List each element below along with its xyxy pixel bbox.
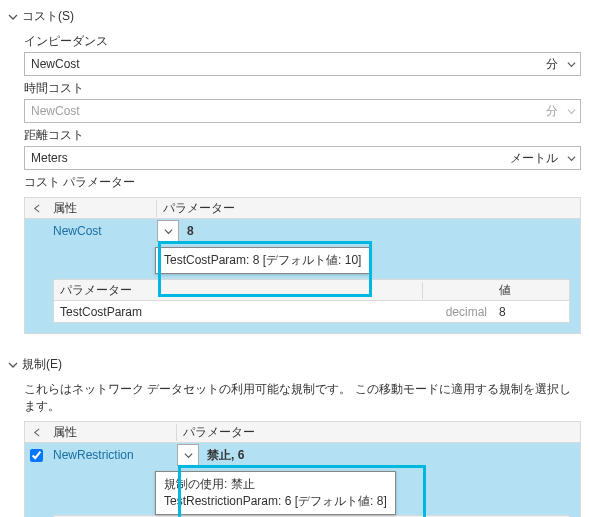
caret-down-icon bbox=[562, 154, 580, 163]
cost-row-newcost[interactable]: NewCost 8 bbox=[24, 219, 581, 243]
expand-button[interactable] bbox=[157, 220, 179, 242]
impedance-select[interactable]: NewCost 分 bbox=[24, 52, 581, 76]
impedance-value: NewCost bbox=[25, 57, 538, 71]
time-cost-select[interactable]: NewCost 分 bbox=[24, 99, 581, 123]
chevron-down-icon bbox=[8, 12, 18, 22]
inner-row-type: decimal bbox=[423, 305, 493, 319]
impedance-label: インピーダンス bbox=[24, 33, 581, 50]
restriction-tooltip-line1: 規制の使用: 禁止 bbox=[164, 476, 387, 493]
distance-cost-select[interactable]: Meters メートル bbox=[24, 146, 581, 170]
distance-cost-value: Meters bbox=[25, 151, 502, 165]
restriction-row[interactable]: NewRestriction 禁止, 6 bbox=[24, 443, 581, 467]
cost-tooltip-text: TestCostParam: 8 [デフォルト値: 10] bbox=[164, 253, 361, 267]
impedance-unit: 分 bbox=[538, 56, 562, 73]
restriction-row-param: 禁止, 6 bbox=[203, 447, 580, 464]
cost-grid-header: 属性 パラメーター bbox=[24, 197, 581, 219]
restriction-description: これらはネットワーク データセットの利用可能な規制です。 この移動モードに適用す… bbox=[24, 381, 581, 415]
header-attribute: 属性 bbox=[47, 200, 157, 217]
header-attribute: 属性 bbox=[47, 424, 177, 441]
restriction-checkbox[interactable] bbox=[25, 449, 47, 462]
cost-section-title: コスト(S) bbox=[22, 8, 74, 25]
time-cost-label: 時間コスト bbox=[24, 80, 581, 97]
header-parameter: パラメーター bbox=[177, 424, 580, 441]
cost-section: コスト(S) インピーダンス NewCost 分 時間コスト NewCost 分… bbox=[0, 0, 589, 342]
cost-inner-header: パラメーター 値 bbox=[53, 279, 570, 301]
restriction-section-title: 規制(E) bbox=[22, 356, 62, 373]
restriction-grid: 属性 パラメーター NewRestriction 禁止, 6 パラメーター 値 … bbox=[24, 421, 581, 517]
caret-down-icon bbox=[562, 60, 580, 69]
restriction-inner-panel: パラメーター 値 規制の使用 禁止 TestRestrictionParam d… bbox=[24, 467, 581, 517]
inner-row-param: TestCostParam bbox=[54, 305, 423, 319]
restriction-section-header[interactable]: 規制(E) bbox=[8, 352, 581, 377]
inner-header-val: 値 bbox=[493, 282, 569, 299]
chevron-down-icon bbox=[8, 360, 18, 370]
collapse-icon[interactable] bbox=[25, 428, 47, 437]
time-cost-value: NewCost bbox=[25, 104, 538, 118]
restriction-row-attr: NewRestriction bbox=[47, 448, 177, 462]
cost-inner-panel: パラメーター 値 TestCostParam decimal 8 TestCos… bbox=[24, 243, 581, 334]
inner-row-val: 8 bbox=[493, 305, 569, 319]
restriction-tooltip-line2: TestRestrictionParam: 6 [デフォルト値: 8] bbox=[164, 493, 387, 510]
cost-tooltip: TestCostParam: 8 [デフォルト値: 10] bbox=[155, 247, 370, 274]
expand-button[interactable] bbox=[177, 444, 199, 466]
collapse-icon[interactable] bbox=[25, 204, 47, 213]
cost-section-header[interactable]: コスト(S) bbox=[8, 4, 581, 29]
cost-inner-row[interactable]: TestCostParam decimal 8 bbox=[53, 301, 570, 323]
distance-cost-unit: メートル bbox=[502, 150, 562, 167]
cost-row-param: 8 bbox=[183, 224, 580, 238]
cost-params-title: コスト パラメーター bbox=[24, 174, 581, 191]
restriction-section: 規制(E) これらはネットワーク データセットの利用可能な規制です。 この移動モ… bbox=[0, 342, 589, 517]
header-parameter: パラメーター bbox=[157, 200, 580, 217]
restriction-grid-header: 属性 パラメーター bbox=[24, 421, 581, 443]
cost-row-attr: NewCost bbox=[47, 224, 157, 238]
restriction-tooltip: 規制の使用: 禁止 TestRestrictionParam: 6 [デフォルト… bbox=[155, 471, 396, 515]
time-cost-unit: 分 bbox=[538, 103, 562, 120]
cost-params-grid: 属性 パラメーター NewCost 8 パラメーター 値 TestCostPar… bbox=[24, 197, 581, 334]
inner-header-param: パラメーター bbox=[54, 282, 423, 299]
distance-cost-label: 距離コスト bbox=[24, 127, 581, 144]
caret-down-icon bbox=[562, 107, 580, 116]
